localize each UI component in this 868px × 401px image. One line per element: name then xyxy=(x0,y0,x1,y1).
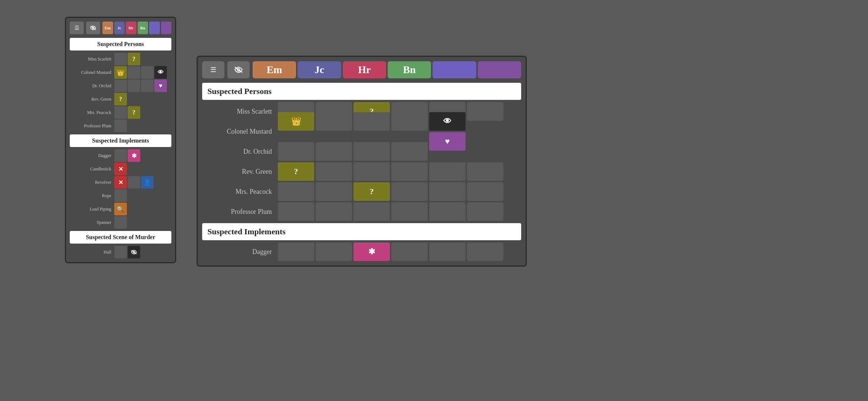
colonel-mustard-cells: 👑 👁 xyxy=(114,66,171,79)
cell-em-hall[interactable] xyxy=(114,246,127,258)
left-eye-button[interactable] xyxy=(86,22,100,34)
right-cell-hr-colonel-mustard[interactable] xyxy=(354,112,390,131)
table-row: Mrs. Peacock ? xyxy=(70,106,171,119)
right-cell-em-mrs-peacock[interactable] xyxy=(278,182,314,201)
cell-em-colonel-mustard[interactable]: 👑 xyxy=(114,66,127,79)
miss-scarlett-cells: ? xyxy=(114,53,171,65)
right-cell-bn-mrs-peacock[interactable] xyxy=(391,182,428,201)
cell-em-revolver[interactable]: ✕ xyxy=(114,176,127,189)
right-cell-em-dagger[interactable] xyxy=(278,242,314,261)
person-label-dr-orchid: Dr. Orchid xyxy=(70,83,114,89)
right-menu-button[interactable]: ☰ xyxy=(202,61,224,78)
right-cell-heart-orchid[interactable]: ♥ xyxy=(429,132,466,151)
table-row: Dr. Orchid ♥ xyxy=(70,79,171,92)
left-tab-jc[interactable]: Jc xyxy=(114,22,125,34)
cell-em-dagger[interactable] xyxy=(114,149,127,162)
cell-jc-mrs-peacock[interactable]: ? xyxy=(128,106,140,119)
right-cell-hr-dagger[interactable]: ✱ xyxy=(354,242,390,261)
implements-header: Suspected Implements xyxy=(70,134,171,147)
right-cell-bn-colonel-mustard[interactable] xyxy=(391,112,428,131)
right-cell-hr-rev-green[interactable] xyxy=(354,162,390,181)
table-row: Professor Plum xyxy=(202,202,521,221)
cell-bn-dr-orchid[interactable]: ♥ xyxy=(154,79,167,92)
left-tab-5[interactable] xyxy=(149,22,160,34)
right-persons-header: Suspected Persons xyxy=(202,83,521,100)
right-cell-em-colonel-mustard[interactable]: 👑 xyxy=(278,112,314,131)
right-cell-bn-rev-green[interactable] xyxy=(391,162,428,181)
right-cell-jc-mrs-peacock[interactable] xyxy=(316,182,352,201)
right-cell-em-rev-green[interactable]: ? xyxy=(278,162,314,181)
left-toolbar: ☰ Em Jc Hr Bn xyxy=(70,22,171,34)
implement-label-revolver: Revolver xyxy=(70,180,114,185)
left-tab-bn[interactable]: Bn xyxy=(138,22,148,34)
right-tab-5[interactable] xyxy=(433,61,476,78)
right-persons-grid: Miss Scarlett ? Colonel Mustard 👑 👁 xyxy=(202,102,521,221)
right-tab-jc[interactable]: Jc xyxy=(297,61,341,78)
right-tab-hr[interactable]: Hr xyxy=(343,61,386,78)
left-tab-em[interactable]: Em xyxy=(102,22,113,34)
table-row: Spanner xyxy=(70,216,171,229)
right-cell-em-professor-plum[interactable] xyxy=(278,202,314,221)
cell-hr-revolver[interactable]: 👤 xyxy=(141,176,154,189)
right-cell-hr-professor-plum[interactable] xyxy=(354,202,390,221)
cell-em-dr-orchid[interactable] xyxy=(114,79,127,92)
right-tab-em[interactable]: Em xyxy=(253,61,296,78)
right-dagger-cells: ✱ xyxy=(278,242,521,261)
left-menu-button[interactable]: ☰ xyxy=(70,22,84,34)
right-person-dr-orchid: Dr. Orchid xyxy=(202,148,276,156)
cell-em-miss-scarlett[interactable] xyxy=(114,53,127,65)
implement-label-spanner: Spanner xyxy=(70,220,114,225)
cell-hr-colonel-mustard[interactable] xyxy=(141,66,154,79)
left-tab-6[interactable] xyxy=(161,22,172,34)
right-tab-6[interactable] xyxy=(478,61,521,78)
right-cell-6-professor-plum[interactable] xyxy=(467,202,503,221)
cell-em-mrs-peacock[interactable] xyxy=(114,106,127,119)
right-cell-6-mrs-peacock[interactable] xyxy=(467,182,503,201)
table-row: Dagger ✱ xyxy=(70,149,171,162)
cell-em-rev-green[interactable]: ? xyxy=(114,93,127,105)
cell-jc-dagger[interactable]: ✱ xyxy=(128,149,140,162)
right-cell-6-dagger[interactable] xyxy=(467,242,503,261)
right-cell-jc-colonel-mustard[interactable] xyxy=(316,112,352,131)
cell-em-spanner[interactable] xyxy=(114,216,127,229)
left-tab-hr[interactable]: Hr xyxy=(126,22,137,34)
right-cell-6-rev-green[interactable] xyxy=(467,162,503,181)
table-row: Revolver ✕ 👤 xyxy=(70,176,171,189)
cell-em-rope[interactable] xyxy=(114,189,127,202)
right-cell-5-rev-green[interactable] xyxy=(429,162,466,181)
implement-label-candlestick: Candlestick xyxy=(70,166,114,172)
lead-piping-cells: 🔍 xyxy=(114,203,171,215)
cell-jc-hall[interactable] xyxy=(128,246,140,258)
cell-jc-miss-scarlett[interactable]: ? xyxy=(128,53,140,65)
cell-hr-dr-orchid[interactable] xyxy=(141,79,154,92)
table-row: Mrs. Peacock ? xyxy=(202,182,521,201)
candlestick-cells: ✕ xyxy=(114,163,171,175)
cell-jc-revolver[interactable] xyxy=(128,176,140,189)
person-label-professor-plum: Professor Plum xyxy=(70,123,114,129)
scene-grid: Hall xyxy=(70,246,171,258)
right-cell-jc-dagger[interactable] xyxy=(316,242,352,261)
right-cell-hr-mrs-peacock[interactable]: ? xyxy=(354,182,390,201)
rev-green-cells: ? xyxy=(114,93,171,105)
right-person-miss-scarlett: Miss Scarlett xyxy=(202,108,276,115)
cell-em-lead-piping[interactable]: 🔍 xyxy=(114,203,127,215)
cell-bn-colonel-mustard[interactable]: 👁 xyxy=(154,66,167,79)
right-eye-button[interactable] xyxy=(227,61,250,78)
right-cell-5-mrs-peacock[interactable] xyxy=(429,182,466,201)
rope-cells xyxy=(114,189,171,202)
cell-em-candlestick[interactable]: ✕ xyxy=(114,163,127,175)
cell-em-professor-plum[interactable] xyxy=(114,120,127,132)
right-cell-jc-rev-green[interactable] xyxy=(316,162,352,181)
person-label-rev-green: Rev. Green xyxy=(70,97,114,102)
mrs-peacock-cells: ? xyxy=(114,106,171,119)
right-cell-bn-dagger[interactable] xyxy=(391,242,428,261)
cell-jc-colonel-mustard[interactable] xyxy=(128,66,140,79)
cell-jc-dr-orchid[interactable] xyxy=(128,79,140,92)
right-cell-5-dagger[interactable] xyxy=(429,242,466,261)
right-cell-bn-professor-plum[interactable] xyxy=(391,202,428,221)
right-cell-jc-professor-plum[interactable] xyxy=(316,202,352,221)
right-cell-5-professor-plum[interactable] xyxy=(429,202,466,221)
table-row: Colonel Mustard 👑 👁 ♥ xyxy=(202,122,521,141)
right-tab-bn[interactable]: Bn xyxy=(388,61,431,78)
right-cell-eye-mustard[interactable]: 👁 xyxy=(429,112,466,131)
